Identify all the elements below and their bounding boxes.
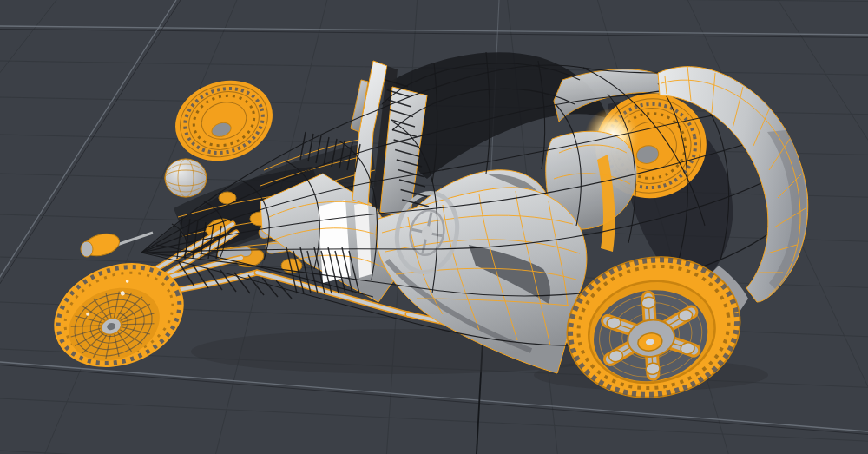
drum-cap	[81, 241, 93, 257]
viewport-3d[interactable]	[0, 0, 868, 454]
viewport-canvas[interactable]	[0, 0, 868, 454]
floor-highlight	[318, 200, 351, 283]
supercharger-drum	[165, 159, 207, 197]
